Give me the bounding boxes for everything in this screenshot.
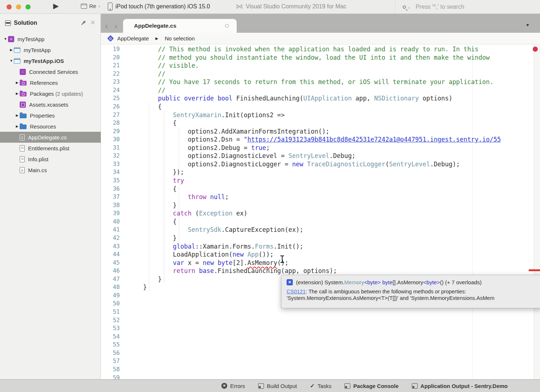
minimize-window-button[interactable] bbox=[16, 4, 21, 9]
code-line[interactable]: 46return base.FinishedLaunching(app, opt… bbox=[101, 267, 540, 275]
pad-button-package-console[interactable]: Package Console bbox=[344, 383, 398, 389]
code-line[interactable]: 56 bbox=[101, 349, 540, 357]
line-number[interactable]: 48 bbox=[101, 283, 128, 292]
line-number[interactable]: 32 bbox=[101, 152, 128, 160]
code-line[interactable]: 42} bbox=[101, 234, 540, 242]
code-line[interactable]: 31options2.Debug = true; bbox=[101, 144, 540, 152]
tab-appdelegate[interactable]: AppDelegate.cs bbox=[123, 19, 237, 33]
close-window-button[interactable] bbox=[7, 4, 12, 9]
code-line[interactable]: 54 bbox=[101, 333, 540, 341]
code-line[interactable]: 26{ bbox=[101, 103, 540, 111]
code-line[interactable]: 21// visible. bbox=[101, 62, 540, 70]
pad-button-errors[interactable]: ✕Errors bbox=[221, 383, 245, 389]
line-number[interactable]: 30 bbox=[101, 135, 128, 144]
disclosure-right-icon[interactable]: ▶ bbox=[15, 114, 20, 117]
line-number[interactable]: 49 bbox=[101, 292, 128, 300]
close-icon[interactable]: ✕ bbox=[90, 20, 95, 26]
tree-item-entitlements-plist[interactable]: Entitlements.plist bbox=[0, 143, 101, 154]
breadcrumb-selection[interactable]: No selection bbox=[165, 35, 195, 41]
code-line[interactable]: 37throw null; bbox=[101, 193, 540, 201]
navigate-forward-button[interactable]: › bbox=[115, 22, 117, 30]
tree-item-mytestapp-ios[interactable]: ▼myTestApp.iOS bbox=[0, 55, 101, 66]
pad-button-tasks[interactable]: ✓Tasks bbox=[310, 383, 331, 389]
line-number[interactable]: 47 bbox=[101, 275, 128, 284]
line-number[interactable]: 43 bbox=[101, 242, 128, 251]
tab-overflow-dropdown-icon[interactable]: ▼ bbox=[525, 23, 530, 28]
code-line[interactable]: 32options2.DiagnosticLevel = SentryLevel… bbox=[101, 152, 540, 160]
line-number[interactable]: 19 bbox=[101, 45, 128, 54]
tree-item-main-cs[interactable]: {}Main.cs bbox=[0, 165, 101, 175]
tree-item-references[interactable]: ▶References bbox=[0, 77, 101, 88]
disclosure-right-icon[interactable]: ▶ bbox=[15, 81, 20, 84]
code-line[interactable]: 44LoadApplication(new App()); bbox=[101, 250, 540, 259]
disclosure-right-icon[interactable]: ▶ bbox=[15, 124, 20, 128]
tree-item-resources[interactable]: ▶Resources bbox=[0, 121, 101, 132]
code-line[interactable]: 28{ bbox=[101, 119, 540, 127]
line-number[interactable]: 40 bbox=[101, 218, 128, 226]
editor-scrollbar[interactable] bbox=[534, 44, 540, 379]
line-number[interactable]: 45 bbox=[101, 259, 128, 267]
code-line[interactable]: 45var x = new byte[2].AsMemory(); bbox=[101, 259, 540, 267]
code-line[interactable]: 24// bbox=[101, 86, 540, 95]
tree-item-connected-services[interactable]: ∴Connected Services bbox=[0, 66, 101, 77]
line-number[interactable]: 42 bbox=[101, 234, 128, 242]
code-line[interactable]: 36{ bbox=[101, 185, 540, 193]
tab-modified-indicator-icon[interactable] bbox=[225, 24, 229, 28]
line-number[interactable]: 56 bbox=[101, 349, 128, 357]
code-editor[interactable]: 19// This method is invoked when the app… bbox=[101, 44, 540, 379]
error-code-link[interactable]: CS0121 bbox=[287, 289, 306, 294]
code-line[interactable]: 41SentrySdk.CaptureException(ex); bbox=[101, 226, 540, 234]
line-number[interactable]: 52 bbox=[101, 316, 128, 325]
line-number[interactable]: 31 bbox=[101, 144, 128, 152]
code-line[interactable]: 19// This method is invoked when the app… bbox=[101, 45, 540, 54]
code-line[interactable]: 53 bbox=[101, 324, 540, 333]
line-number[interactable]: 27 bbox=[101, 111, 128, 119]
code-line[interactable]: 29options2.AddXamarinFormsIntegration(); bbox=[101, 127, 540, 136]
code-line[interactable]: 58 bbox=[101, 365, 540, 374]
tree-item-appdelegate-cs[interactable]: {}AppDelegate.cs bbox=[0, 132, 101, 143]
line-number[interactable]: 50 bbox=[101, 300, 128, 308]
line-number[interactable]: 38 bbox=[101, 201, 128, 210]
pad-button-application-output-sentry-demo[interactable]: Application Output - Sentry.Demo bbox=[412, 383, 508, 389]
line-number[interactable]: 53 bbox=[101, 324, 128, 333]
line-number[interactable]: 29 bbox=[101, 127, 128, 136]
code-line[interactable]: 27SentryXamarin.Init(options2 => bbox=[101, 111, 540, 119]
line-number[interactable]: 25 bbox=[101, 94, 128, 103]
tree-item-info-plist[interactable]: Info.plist bbox=[0, 154, 101, 165]
code-line[interactable]: 34}); bbox=[101, 168, 540, 177]
line-number[interactable]: 26 bbox=[101, 103, 128, 111]
build-configuration-selector[interactable]: Re › bbox=[81, 3, 100, 9]
breadcrumb-class[interactable]: AppDelegate bbox=[117, 35, 149, 41]
code-line[interactable]: 57 bbox=[101, 357, 540, 365]
disclosure-down-icon[interactable]: ▼ bbox=[9, 59, 14, 63]
disclosure-down-icon[interactable]: ▼ bbox=[3, 37, 8, 41]
tree-item-assets-xcassets[interactable]: Assets.xcassets bbox=[0, 99, 101, 110]
tree-item-mytestapp[interactable]: ▶myTestApp bbox=[0, 44, 101, 55]
line-number[interactable]: 21 bbox=[101, 62, 128, 70]
line-number[interactable]: 39 bbox=[101, 209, 128, 218]
code-line[interactable]: 20// method you should instantiate the w… bbox=[101, 54, 540, 62]
code-line[interactable]: 30options2.Dsn = "https://5a193123a9b841… bbox=[101, 135, 540, 144]
zoom-window-button[interactable] bbox=[25, 4, 31, 9]
line-number[interactable]: 44 bbox=[101, 250, 128, 259]
code-line[interactable]: 40{ bbox=[101, 218, 540, 226]
line-number[interactable]: 57 bbox=[101, 357, 128, 365]
line-number[interactable]: 55 bbox=[101, 341, 128, 349]
line-number[interactable]: 54 bbox=[101, 333, 128, 341]
search-field[interactable]: ⌄ Press '^,' to search bbox=[395, 0, 540, 14]
code-line[interactable]: 52 bbox=[101, 316, 540, 325]
line-number[interactable]: 46 bbox=[101, 267, 128, 275]
navigate-back-button[interactable]: ‹ bbox=[105, 22, 108, 30]
code-line[interactable]: 51 bbox=[101, 308, 540, 316]
line-number[interactable]: 41 bbox=[101, 226, 128, 234]
pin-icon[interactable] bbox=[80, 19, 87, 27]
disclosure-right-icon[interactable]: ▶ bbox=[15, 92, 20, 95]
pad-button-build-output[interactable]: Build Output bbox=[258, 383, 297, 389]
code-line[interactable]: 33options2.DiagnosticLogger = new TraceD… bbox=[101, 160, 540, 169]
line-number[interactable]: 34 bbox=[101, 168, 128, 177]
line-number[interactable]: 37 bbox=[101, 193, 128, 201]
code-line[interactable]: 43global::Xamarin.Forms.Forms.Init(); bbox=[101, 242, 540, 251]
line-number[interactable]: 23 bbox=[101, 78, 128, 86]
tree-item-mytestapp[interactable]: ▼≡myTestApp bbox=[0, 33, 101, 44]
code-line[interactable]: 22// bbox=[101, 70, 540, 78]
